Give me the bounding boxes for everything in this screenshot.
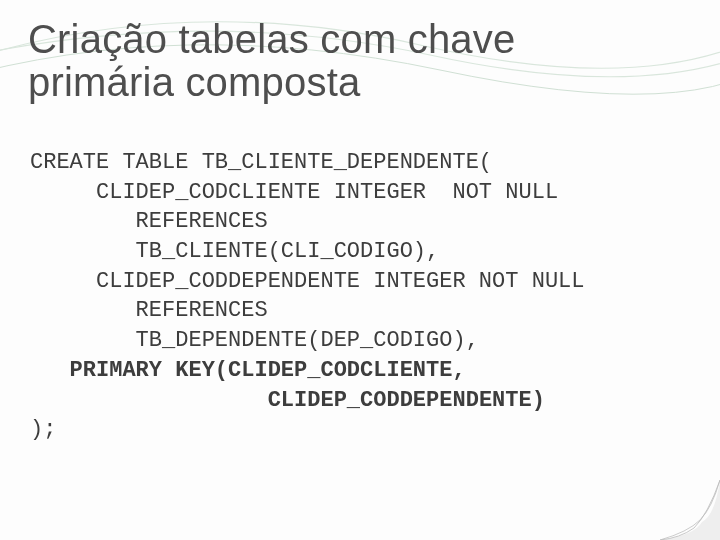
code-line-7: TB_DEPENDENTE(DEP_CODIGO), xyxy=(30,328,479,353)
slide-title: Criação tabelas com chave primária compo… xyxy=(28,18,515,104)
code-line-10: ); xyxy=(30,417,56,442)
code-line-8-indent xyxy=(30,358,70,383)
title-line-1: Criação tabelas com chave xyxy=(28,17,515,61)
code-line-4: TB_CLIENTE(CLI_CODIGO), xyxy=(30,239,439,264)
page-curl-icon xyxy=(660,480,720,540)
code-line-3: REFERENCES xyxy=(30,209,268,234)
title-line-2: primária composta xyxy=(28,60,360,104)
code-line-8-bold: PRIMARY KEY(CLIDEP_CODCLIENTE, xyxy=(70,358,466,383)
code-line-5: CLIDEP_CODDEPENDENTE INTEGER NOT NULL xyxy=(30,269,585,294)
code-line-2: CLIDEP_CODCLIENTE INTEGER NOT NULL xyxy=(30,180,558,205)
slide: Criação tabelas com chave primária compo… xyxy=(0,0,720,540)
code-line-1: CREATE TABLE TB_CLIENTE_DEPENDENTE( xyxy=(30,150,492,175)
sql-code-block: CREATE TABLE TB_CLIENTE_DEPENDENTE( CLID… xyxy=(30,148,690,445)
code-line-9-indent xyxy=(30,388,268,413)
code-line-9-bold: CLIDEP_CODDEPENDENTE) xyxy=(268,388,545,413)
code-line-6: REFERENCES xyxy=(30,298,268,323)
